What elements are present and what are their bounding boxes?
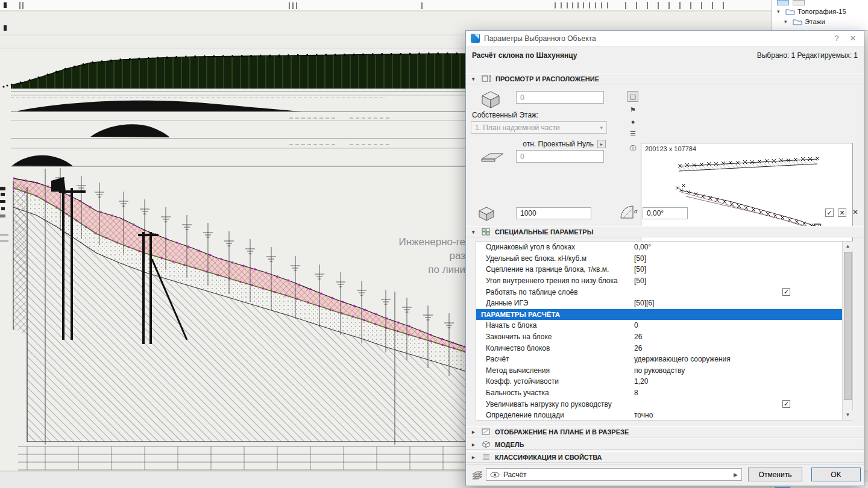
section-header-special-parameters[interactable]: ▾ СПЕЦИАЛЬНЫЕ ПАРАМЕТРЫ [466,226,864,237]
object-settings-dialog: Параметры Выбранного Объекта ? ✕ Расчёт … [465,30,864,486]
dialog-title: Параметры Выбранного Объекта [484,34,826,43]
param-row[interactable]: Коэфф. устойчивости1,20 [476,376,842,387]
param-label: Сцепление на границе блока, т/кв.м. [486,265,634,274]
param-value[interactable]: точно [634,411,653,419]
param-value[interactable]: 0 [634,321,638,330]
annotation-line: Инженерно-ге [380,235,465,249]
param-label: Бальность участка [486,389,634,397]
drawing-annotation: Инженерно-ге раз по лини [380,235,465,280]
param-row[interactable]: Бальность участка8 [476,387,842,399]
chevron-down-icon: ▾ [600,125,603,131]
dialog-footer: Расчёт ▶ Отменить OK [466,464,864,486]
toolbar-icon[interactable] [793,0,805,5]
chevron-down-icon[interactable]: ▾ [784,19,790,25]
section-header-model[interactable]: ▸ МОДЕЛЬ [466,439,864,450]
section-title: ПРОСМОТР И РАСПОЛОЖЕНИЕ [495,75,599,83]
preview-dimensions: 200123 x 107784 [645,145,696,152]
flyout-arrow-icon[interactable]: ▶ [734,472,738,478]
top-offset-input[interactable] [516,91,604,104]
param-label: Работать по таблице слоёв [486,288,634,296]
checkbox-checked-icon[interactable]: ✓ [782,288,790,296]
checkbox-checked-icon[interactable]: ✓ [825,208,834,217]
elevation-cube-icon [478,89,503,108]
tree-item-storeys[interactable]: ▾ Этажи [772,16,868,27]
relative-datum-label: отн. Проектный Нуль [471,140,594,148]
annotation-line: по лини [380,263,465,277]
param-value[interactable]: [50] [634,265,646,274]
datum-flyout-button[interactable]: ▸ [597,140,606,148]
preview-mode-list-button[interactable]: ☰ [627,128,638,139]
classification-list-icon [482,453,491,461]
param-value[interactable]: [50] [634,254,646,263]
triangle-collapsed-icon: ▸ [472,442,477,448]
preview-section-icon [482,75,491,83]
param-value[interactable]: 26 [634,333,642,341]
param-value[interactable]: [50] [634,277,646,285]
param-row[interactable]: Работать по таблице слоёв✓ [476,286,842,298]
annotation-line: раз [380,249,465,263]
param-row[interactable]: Удельный вес блока. кН/куб.м[50] [476,253,842,264]
preview-info-button[interactable]: ⓘ [627,143,638,154]
param-row[interactable]: Угол внутреннего трения по низу блока[50… [476,275,842,287]
triangle-expanded-icon: ▾ [472,76,477,82]
param-label: Коэфф. устойчивости [486,377,634,386]
param-label: Данные ИГЭ [486,299,634,307]
scroll-thumb[interactable] [844,252,852,400]
param-row[interactable]: Закончить на блоке26 [476,331,842,343]
param-value[interactable]: 8 [634,389,638,397]
param-row[interactable]: Метод вычисленияпо руководству [476,365,842,377]
storey-dropdown[interactable]: 1. План надземной части ▾ [471,121,607,134]
scroll-down-icon[interactable]: ▼ [843,410,853,420]
object-name: Расчёт склона по Шахунянцу [472,51,757,60]
preview-mode-3d-button[interactable]: ● [627,116,638,127]
tree-item-label: Топография-15 [797,8,846,15]
scrollbar[interactable]: ▲ ▼ [842,242,852,420]
own-storey-label: Собственный Этаж: [472,111,538,119]
special-parameters-icon [482,228,491,236]
close-button[interactable]: ✕ [847,34,859,43]
checkbox-checked-icon[interactable]: ✓ [782,400,790,408]
section-header-plan-display[interactable]: ▸ ОТОБРАЖЕНИЕ НА ПЛАНЕ И В РАЗРЕЗЕ [466,426,864,437]
folder-icon [793,18,802,25]
param-row[interactable]: Сцепление на границе блока, т/кв.м.[50] [476,264,842,275]
param-value[interactable]: удерживающего сооружения [634,355,731,363]
param-value[interactable]: 1,20 [634,377,648,386]
param-row[interactable]: Увеличивать нагрузку по руководству✓ [476,398,842,410]
cancel-button[interactable]: Отменить [748,468,802,481]
criteria-dropdown[interactable]: Расчёт ▶ [486,468,742,481]
triangle-collapsed-icon: ▸ [472,429,477,435]
help-button[interactable]: ? [831,34,843,43]
scroll-up-icon[interactable]: ▲ [843,242,853,251]
preview-mode-plan-button[interactable]: ▢ [627,91,638,102]
param-value[interactable]: по руководству [634,366,685,375]
dialog-subheader: Расчёт склона по Шахунянцу Выбрано: 1 Ре… [466,46,864,64]
param-value[interactable]: [50][6] [634,299,654,307]
param-label: Увеличивать нагрузку по руководству [486,400,634,408]
preview-mode-section-button[interactable]: ⚑ [627,104,638,115]
chevron-down-icon[interactable]: ▾ [777,8,783,14]
section-header-preview[interactable]: ▾ ПРОСМОТР И РАСПОЛОЖЕНИЕ [466,73,864,84]
param-row[interactable]: Одинаковый угол в блоках0,00° [476,242,842,253]
angle-input[interactable] [643,207,688,219]
tree-item-topography[interactable]: ▾ Топография-15 [772,6,868,16]
box-x-icon[interactable]: ✕ [838,208,846,217]
param-row[interactable]: Данные ИГЭ[50][6] [476,298,842,309]
triangle-collapsed-icon: ▸ [472,454,477,460]
plan-display-icon [482,428,491,436]
param-value[interactable]: 0,00° [634,243,651,251]
thickness-input[interactable] [516,207,591,219]
param-row[interactable]: Начать с блока0 [476,320,842,331]
param-row[interactable]: Определение площадиточно [476,410,842,420]
section-header-classification[interactable]: ▸ КЛАССИФИКАЦИЯ И СВОЙСТВА [466,451,864,463]
param-row[interactable]: Количество блоков26 [476,342,842,354]
param-value[interactable]: 26 [634,344,642,352]
toolbar-icon[interactable] [777,0,789,5]
param-group-header[interactable]: ПАРАМЕТРЫ РАСЧЁТА [476,309,842,321]
section-title: МОДЕЛЬ [495,441,524,448]
ok-button[interactable]: OK [811,468,861,481]
bottom-offset-input[interactable] [516,150,604,163]
param-row[interactable]: Расчётудерживающего сооружения [476,354,842,365]
x-mark-icon[interactable]: ✕ [852,208,858,216]
param-rows[interactable]: Одинаковый угол в блоках0,00°Удельный ве… [476,242,842,420]
dialog-titlebar[interactable]: Параметры Выбранного Объекта ? ✕ [466,31,864,46]
